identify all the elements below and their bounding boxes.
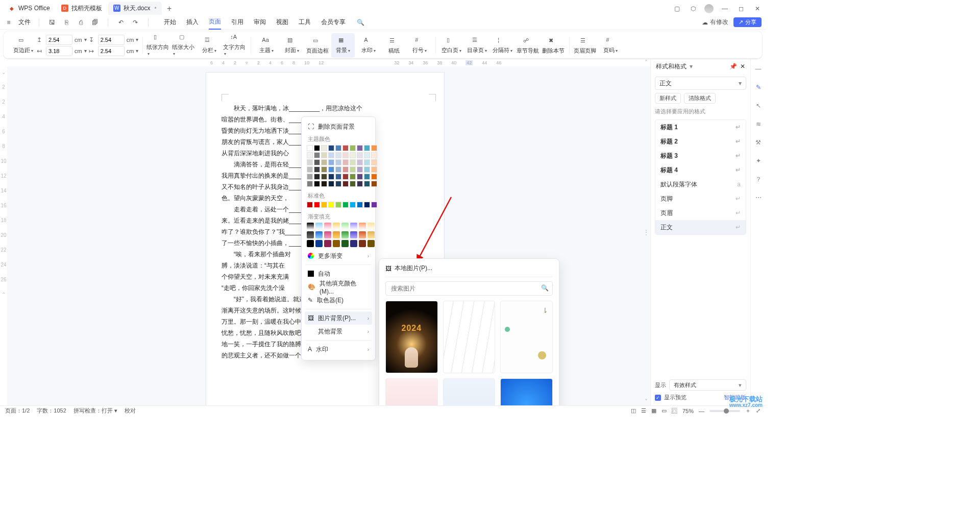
bg-thumb-5[interactable]: 🐧: [443, 378, 496, 405]
local-image-option[interactable]: 🖼本地图片(P)...: [385, 264, 553, 273]
save-icon[interactable]: 🖫: [47, 18, 57, 27]
tool-icon[interactable]: ⚒: [754, 138, 763, 147]
word-count[interactable]: 字数：1052: [37, 407, 66, 415]
standard-color-grid[interactable]: [305, 201, 372, 211]
stepper-icon[interactable]: ▾: [136, 48, 138, 54]
style-header[interactable]: 页眉↵: [655, 206, 746, 220]
delete-section-button[interactable]: ✖删除本节: [542, 33, 565, 58]
display-select[interactable]: 有效样式▾: [669, 379, 746, 391]
brush-icon[interactable]: ✎: [754, 83, 763, 92]
bg-thumb-4[interactable]: [385, 378, 438, 405]
maximize-button[interactable]: ◻: [736, 4, 746, 14]
watermark-button[interactable]: A水印▾: [357, 33, 380, 58]
print-preview-icon[interactable]: 🗐: [90, 18, 100, 27]
page-border-button[interactable]: ▭页面边框: [306, 33, 329, 58]
page-margin-button[interactable]: ▭页边距▾: [11, 33, 35, 58]
style-normal[interactable]: 正文↵: [655, 220, 746, 234]
cover-button[interactable]: ▧封面▾: [280, 33, 304, 58]
proofread[interactable]: 校对: [125, 407, 136, 415]
help-icon[interactable]: ？: [754, 175, 763, 184]
menu-tab-page[interactable]: 页面: [209, 15, 221, 30]
sparkle-icon[interactable]: ✦: [754, 156, 763, 165]
style-heading1[interactable]: 标题 1↵: [655, 120, 746, 134]
view-mode-icon[interactable]: ▦: [651, 407, 656, 414]
margin-left-input[interactable]: [46, 46, 72, 56]
columns-button[interactable]: ☲分栏▾: [198, 33, 221, 58]
export-icon[interactable]: ⎘: [62, 18, 71, 27]
vertical-scroll[interactable]: ˄⋮˅: [643, 59, 649, 405]
stepper-icon[interactable]: ▾: [84, 48, 87, 54]
cube-icon[interactable]: ⬡: [688, 4, 698, 14]
view-mode-icon[interactable]: ◫: [631, 407, 636, 414]
chapter-nav-button[interactable]: ☍章节导航: [516, 33, 540, 58]
blank-page-button[interactable]: ▯空白页▾: [439, 33, 463, 58]
other-background[interactable]: 其他背景›: [305, 325, 372, 338]
remove-page-bg[interactable]: ⛶删除页面背景: [305, 120, 372, 133]
stepper-icon[interactable]: ▾: [136, 37, 138, 42]
undo-icon[interactable]: ↶: [116, 18, 126, 27]
view-mode-icon[interactable]: ⿴: [672, 408, 677, 414]
cursor-icon[interactable]: ↖: [754, 101, 763, 110]
clear-format-button[interactable]: 清除格式: [684, 93, 716, 104]
paper-button[interactable]: ☰稿纸: [382, 33, 406, 58]
minimize-button[interactable]: —: [720, 4, 730, 14]
zoom-slider[interactable]: [709, 410, 740, 412]
share-button[interactable]: ↗ 分享: [733, 17, 762, 27]
zoom-out[interactable]: —: [699, 408, 704, 414]
bg-thumb-3[interactable]: ⇂: [500, 301, 553, 373]
search-icon[interactable]: 🔍: [356, 18, 365, 27]
more-gradient[interactable]: 更多渐变›: [305, 249, 372, 262]
style-heading4[interactable]: 标题 4↵: [655, 163, 746, 177]
tab-wps-home[interactable]: ◆ WPS Office: [3, 2, 55, 15]
bg-thumb-2[interactable]: [443, 301, 496, 373]
menu-tab-member[interactable]: 会员专享: [321, 15, 346, 30]
theme-color-grid[interactable]: [305, 144, 372, 190]
toc-button[interactable]: ☰目录页▾: [465, 33, 488, 58]
page-number-button[interactable]: #页码▾: [599, 33, 622, 58]
hamburger-icon[interactable]: ≡: [4, 18, 13, 27]
view-mode-icon[interactable]: ▭: [662, 407, 667, 414]
header-footer-button[interactable]: ☰页眉页脚: [573, 33, 597, 58]
zoom-value[interactable]: 75%: [682, 408, 694, 414]
separator-button[interactable]: ¦分隔符▾: [491, 33, 514, 58]
view-mode-icon[interactable]: ☰: [641, 407, 646, 414]
bg-thumb-6[interactable]: [500, 378, 553, 405]
collapse-icon[interactable]: —: [754, 64, 763, 74]
print-icon[interactable]: ⎙: [76, 18, 85, 27]
preview-checkbox[interactable]: ✓: [655, 395, 661, 401]
style-footer[interactable]: 页脚↵: [655, 191, 746, 206]
tab-document[interactable]: W 秋天.docx •: [108, 2, 162, 15]
other-fill-color[interactable]: 🎨其他填充颜色(M)...: [305, 280, 372, 294]
layers-icon[interactable]: ≋: [754, 119, 763, 129]
close-pane-icon[interactable]: ✕: [740, 63, 745, 70]
close-button[interactable]: ✕: [752, 4, 763, 14]
tab-templates[interactable]: D 找稻壳模板: [56, 2, 107, 15]
line-number-button[interactable]: #行号▾: [408, 33, 431, 58]
picture-background[interactable]: 🖼图片背景(P)...›: [305, 311, 372, 325]
gradient-grid[interactable]: [305, 222, 372, 249]
menu-tab-tools[interactable]: 工具: [299, 15, 311, 30]
background-button[interactable]: ▦背景▾: [331, 33, 355, 58]
style-heading2[interactable]: 标题 2↵: [655, 134, 746, 149]
has-changes-chip[interactable]: ☁ 有修改: [702, 18, 728, 27]
style-default-para[interactable]: 默认段落字体a: [655, 177, 746, 191]
stepper-icon[interactable]: ▾: [84, 37, 87, 42]
menu-tab-view[interactable]: 视图: [276, 15, 288, 30]
margin-right-input[interactable]: [98, 46, 125, 56]
redo-icon[interactable]: ↷: [131, 18, 140, 27]
image-search-input[interactable]: [385, 281, 553, 296]
new-style-button[interactable]: 新样式: [655, 93, 681, 104]
spell-check-status[interactable]: 拼写检查：打开 ▾: [74, 407, 117, 415]
more-icon[interactable]: ⋯: [754, 193, 763, 202]
avatar[interactable]: [704, 4, 714, 13]
pin-icon[interactable]: 📌: [729, 63, 737, 70]
menu-tab-start[interactable]: 开始: [164, 15, 176, 30]
margin-bottom-input[interactable]: [98, 35, 125, 45]
bg-thumb-1[interactable]: 2024: [385, 301, 438, 373]
paper-size-button[interactable]: ▢纸张大小▾: [172, 33, 195, 58]
theme-button[interactable]: Aa主题▾: [255, 33, 278, 58]
menu-tab-ref[interactable]: 引用: [231, 15, 243, 30]
paper-direction-button[interactable]: ▯纸张方向▾: [146, 33, 170, 58]
text-direction-button[interactable]: ↕A文字方向▾: [223, 33, 247, 58]
style-heading3[interactable]: 标题 3↵: [655, 149, 746, 163]
